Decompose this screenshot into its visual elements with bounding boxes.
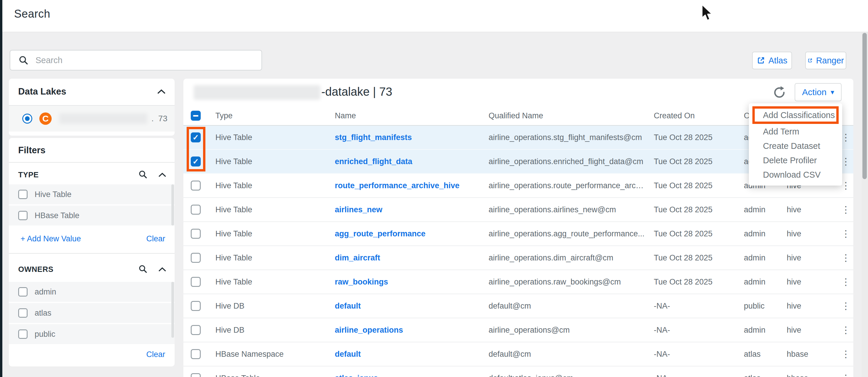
owner-cell: admin (744, 229, 787, 238)
filter-checkbox[interactable] (18, 308, 28, 318)
qualified-name-cell: airline_operations.route_performance_arc… (489, 181, 654, 190)
ranger-button-label: Ranger (816, 56, 844, 65)
menu-item[interactable]: Create Dataset (749, 139, 842, 153)
menu-item[interactable]: Add Classifications (752, 106, 839, 124)
kebab-menu-icon[interactable]: ⋮ (838, 373, 853, 377)
row-checkbox[interactable] (191, 373, 201, 377)
kebab-menu-icon[interactable]: ⋮ (838, 228, 853, 239)
table-row[interactable]: Hive DBdefaultdefault@cm-NA-publichive⋮ (183, 294, 853, 318)
column-header-qualified-name[interactable]: Qualified Name (489, 111, 654, 120)
row-checkbox[interactable] (191, 349, 201, 359)
data-lake-radio[interactable] (22, 114, 32, 124)
redacted-data-lake-name (59, 113, 147, 124)
owner-cell: atlas (744, 350, 787, 359)
entity-name-link[interactable]: atlas_janus (335, 374, 489, 377)
type-cell: Hive Table (215, 229, 335, 238)
menu-item[interactable]: Download CSV (749, 168, 842, 182)
entity-name-link[interactable]: stg_flight_manifests (335, 133, 489, 142)
filter-option[interactable]: public (9, 324, 175, 344)
kebab-menu-icon[interactable]: ⋮ (838, 300, 853, 312)
search-icon[interactable] (138, 264, 148, 274)
entity-name-link[interactable]: airlines_new (335, 205, 489, 214)
entity-name-link[interactable]: route_performance_archive_hive (335, 181, 489, 190)
checkbox-cell: ✓ (183, 133, 215, 142)
search-icon[interactable] (138, 170, 148, 179)
row-checkbox[interactable]: ✓ (191, 133, 201, 142)
row-checkbox[interactable]: ✓ (191, 156, 201, 167)
table-row[interactable]: Hive Tabledim_aircraftairline_operations… (183, 246, 853, 270)
filter-option-label: Hive Table (35, 190, 71, 199)
entity-name-link[interactable]: default (335, 350, 489, 359)
table-row[interactable]: HBase Tableatlas_janusdefault:atlas_janu… (183, 367, 853, 377)
caret-down-icon: ▾ (831, 88, 834, 96)
search-box[interactable] (10, 50, 262, 70)
chevron-up-icon[interactable] (157, 89, 166, 94)
source-cell: hbase (787, 374, 838, 377)
filter-scroll-thumb[interactable] (172, 184, 174, 226)
row-checkbox[interactable] (191, 205, 201, 214)
qualified-name-cell: default@cm (489, 301, 654, 311)
row-checkbox[interactable] (191, 253, 201, 263)
data-lake-row[interactable]: C . 73 (9, 106, 175, 132)
menu-item[interactable]: Delete Profiler (749, 153, 842, 168)
filter-option-label: HBase Table (35, 211, 80, 220)
entity-name-link[interactable]: enriched_flight_data (335, 157, 489, 166)
entity-name-link[interactable]: dim_aircraft (335, 253, 489, 262)
row-checkbox[interactable] (191, 180, 201, 191)
filter-checkbox[interactable] (18, 329, 28, 339)
filter-checkbox[interactable] (18, 190, 28, 199)
table-row[interactable]: Hive Tableraw_bookingsairline_operations… (183, 270, 853, 294)
filter-option[interactable]: HBase Table (9, 206, 175, 226)
entity-name-link[interactable]: default (335, 301, 489, 311)
source-cell: hive (787, 278, 838, 287)
source-cell: hive (787, 301, 838, 311)
column-header-name[interactable]: Name (335, 111, 489, 120)
kebab-menu-icon[interactable]: ⋮ (838, 204, 853, 215)
filter-checkbox[interactable] (18, 211, 28, 220)
ranger-button[interactable]: Ranger (805, 52, 846, 69)
column-header-created-on[interactable]: Created On (654, 111, 744, 120)
action-button[interactable]: Action ▾ (795, 83, 842, 101)
kebab-menu-icon[interactable]: ⋮ (838, 252, 853, 263)
filter-option[interactable]: atlas (9, 303, 175, 323)
row-checkbox[interactable] (191, 277, 201, 287)
created-on-cell: Tue Oct 28 2025 (654, 253, 744, 262)
kebab-menu-icon[interactable]: ⋮ (838, 349, 853, 360)
owner-cell: atlas (744, 374, 787, 377)
row-checkbox[interactable] (191, 229, 201, 239)
scrollbar-thumb[interactable] (862, 33, 867, 179)
table-row[interactable]: Hive Tableagg_route_performanceairline_o… (183, 222, 853, 246)
column-header-type[interactable]: Type (215, 111, 335, 120)
atlas-button[interactable]: Atlas (752, 52, 792, 69)
entity-name-link[interactable]: airline_operations (335, 326, 489, 335)
type-clear-link[interactable]: Clear (146, 234, 165, 243)
qualified-name-cell: default:atlas_janus@cm (489, 374, 654, 377)
refresh-icon[interactable] (773, 86, 786, 99)
filter-checkbox[interactable] (18, 287, 28, 296)
qualified-name-cell: airline_operations.enriched_flight_data@… (489, 157, 654, 166)
search-input[interactable] (35, 55, 261, 65)
entity-name-link[interactable]: agg_route_performance (335, 229, 489, 238)
qualified-name-cell: airline_operations.dim_aircraft@cm (489, 253, 654, 262)
chevron-up-icon[interactable] (158, 267, 166, 272)
row-checkbox[interactable] (191, 325, 201, 335)
divider (9, 253, 175, 254)
select-all-checkbox[interactable] (191, 111, 201, 121)
add-new-value-link[interactable]: + Add New Value (21, 234, 81, 243)
table-row[interactable]: HBase Namespacedefaultdefault@cm-NA-atla… (183, 342, 853, 367)
table-row[interactable]: Hive DBairline_operationsairline_operati… (183, 318, 853, 342)
kebab-menu-icon[interactable]: ⋮ (838, 324, 853, 336)
menu-item[interactable]: Add Term (749, 124, 842, 139)
chevron-up-icon[interactable] (158, 173, 166, 177)
kebab-menu-icon[interactable]: ⋮ (838, 276, 853, 287)
filter-option[interactable]: admin (9, 282, 175, 302)
filter-option[interactable]: Hive Table (9, 184, 175, 204)
owner-cell: admin (744, 278, 787, 287)
entity-name-link[interactable]: raw_bookings (335, 278, 489, 287)
owners-section-header: OWNERS (9, 261, 175, 278)
filter-scroll-thumb[interactable] (172, 282, 174, 338)
created-on-cell: Tue Oct 28 2025 (654, 278, 744, 287)
owners-clear-link[interactable]: Clear (146, 350, 165, 359)
row-checkbox[interactable] (191, 301, 201, 311)
table-row[interactable]: Hive Tableairlines_newairline_operations… (183, 198, 853, 222)
